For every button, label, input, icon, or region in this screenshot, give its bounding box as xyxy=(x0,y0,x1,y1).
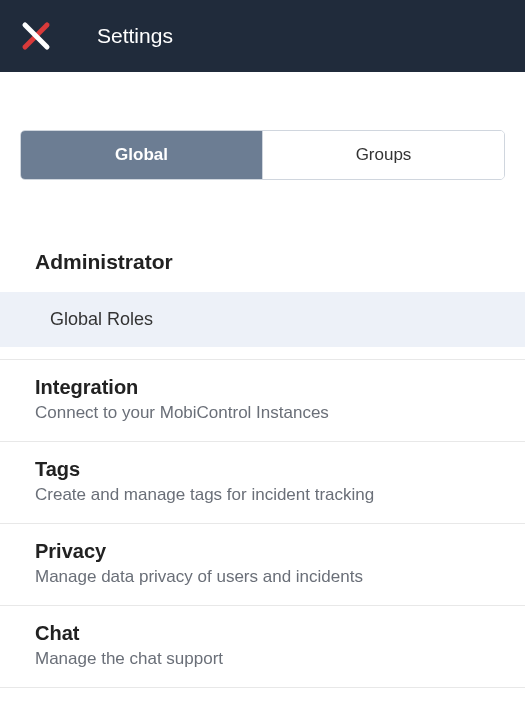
nav-privacy[interactable]: Privacy Manage data privacy of users and… xyxy=(0,524,525,606)
nav-privacy-title: Privacy xyxy=(35,540,490,563)
nav-integration-title: Integration xyxy=(35,376,490,399)
nav-chat-title: Chat xyxy=(35,622,490,645)
app-logo-icon xyxy=(20,20,52,52)
section-administrator-title: Administrator xyxy=(0,250,525,292)
nav-chat[interactable]: Chat Manage the chat support xyxy=(0,606,525,688)
nav-chat-desc: Manage the chat support xyxy=(35,649,490,669)
tab-groups[interactable]: Groups xyxy=(262,131,504,179)
nav-tags-title: Tags xyxy=(35,458,490,481)
tab-global[interactable]: Global xyxy=(21,131,262,179)
nav-integration[interactable]: Integration Connect to your MobiControl … xyxy=(0,359,525,442)
app-header: Settings xyxy=(0,0,525,72)
tab-bar: Global Groups xyxy=(20,130,505,180)
page-title: Settings xyxy=(97,24,173,48)
content-area: Global Groups Administrator Global Roles… xyxy=(0,130,525,688)
nav-integration-desc: Connect to your MobiControl Instances xyxy=(35,403,490,423)
nav-tags[interactable]: Tags Create and manage tags for incident… xyxy=(0,442,525,524)
settings-list: Administrator Global Roles Integration C… xyxy=(0,250,525,688)
nav-privacy-desc: Manage data privacy of users and inciden… xyxy=(35,567,490,587)
nav-global-roles[interactable]: Global Roles xyxy=(0,292,525,347)
nav-tags-desc: Create and manage tags for incident trac… xyxy=(35,485,490,505)
